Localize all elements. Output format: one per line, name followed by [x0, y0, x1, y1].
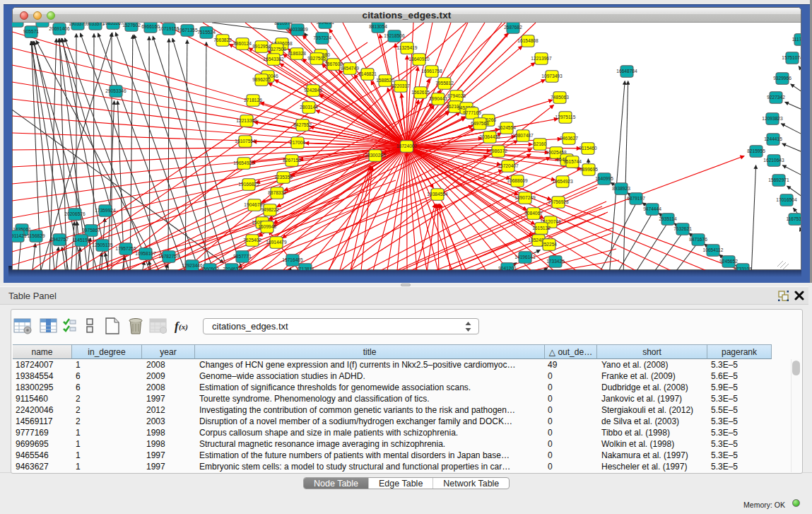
svg-text:10671355: 10671355 [177, 28, 198, 33]
svg-text:1615132: 1615132 [532, 226, 551, 230]
svg-text:17016504: 17016504 [776, 197, 797, 202]
svg-text:2718126: 2718126 [244, 98, 262, 103]
svg-text:217004: 217004 [290, 140, 305, 145]
svg-text:12505135: 12505135 [92, 243, 113, 247]
svg-text:19046789: 19046789 [244, 202, 265, 207]
svg-text:9857771: 9857771 [233, 254, 252, 259]
svg-text:1244415: 1244415 [764, 136, 782, 141]
svg-text:16033809: 16033809 [287, 27, 308, 32]
svg-text:1117204: 1117204 [792, 37, 801, 42]
svg-text:16648784: 16648784 [616, 69, 637, 74]
svg-text:10973493: 10973493 [541, 74, 563, 78]
svg-text:1640995: 1640995 [595, 176, 613, 181]
svg-text:10654112: 10654112 [703, 247, 724, 252]
svg-text:15751074: 15751074 [782, 55, 801, 60]
svg-text:17359924: 17359924 [95, 208, 116, 213]
svg-text:16543382: 16543382 [263, 57, 284, 62]
svg-text:9084067: 9084067 [524, 211, 543, 216]
svg-text:12213369: 12213369 [236, 118, 257, 123]
svg-text:10688609: 10688609 [507, 178, 528, 183]
svg-text:9327500: 9327500 [268, 47, 286, 52]
svg-text:16782759: 16782759 [158, 254, 180, 259]
svg-text:7713811: 7713811 [296, 267, 314, 270]
svg-text:1235359: 1235359 [274, 175, 293, 180]
svg-text:(x): (x) [179, 322, 188, 332]
svg-text:9733105: 9733105 [734, 267, 752, 270]
svg-text:28300285: 28300285 [365, 153, 386, 158]
svg-text:6879197: 6879197 [627, 196, 645, 201]
svg-text:16210643: 16210643 [763, 158, 784, 163]
svg-text:905571: 905571 [23, 29, 39, 34]
svg-text:7357224: 7357224 [313, 35, 331, 40]
svg-text:9094251: 9094251 [316, 23, 334, 25]
svg-text:9777169: 9777169 [463, 110, 481, 115]
svg-text:1167533: 1167533 [786, 216, 801, 221]
svg-text:9896205: 9896205 [252, 77, 271, 82]
svg-text:3911421: 3911421 [12, 233, 27, 238]
svg-text:7955812: 7955812 [435, 81, 454, 86]
svg-text:9975867: 9975867 [82, 228, 100, 233]
svg-text:1903379: 1903379 [69, 23, 87, 26]
svg-text:12923446: 12923446 [182, 263, 203, 268]
svg-text:8860124: 8860124 [233, 41, 252, 46]
svg-text:7663822: 7663822 [213, 37, 232, 42]
svg-text:6497568: 6497568 [471, 121, 489, 126]
svg-text:2803144: 2803144 [300, 105, 318, 110]
svg-text:9327505: 9327505 [307, 56, 326, 61]
svg-text:8454749: 8454749 [341, 66, 359, 71]
svg-text:3624554: 3624554 [498, 125, 516, 130]
svg-text:1588520: 1588520 [376, 78, 394, 83]
svg-text:8878332: 8878332 [268, 190, 286, 195]
svg-text:8215955: 8215955 [747, 148, 765, 153]
svg-text:252254: 252254 [541, 242, 557, 247]
svg-text:18907249: 18907249 [514, 195, 536, 200]
svg-text:10958107: 10958107 [135, 251, 156, 256]
svg-text:16914479: 16914479 [266, 240, 287, 245]
svg-text:8186328: 8186328 [288, 51, 306, 56]
svg-text:9041201: 9041201 [498, 266, 517, 270]
svg-text:1733426: 1733426 [546, 259, 565, 264]
svg-text:12093823: 12093823 [762, 116, 783, 121]
svg-text:8220317: 8220317 [392, 83, 410, 88]
svg-text:20691406: 20691406 [49, 26, 70, 31]
svg-text:2935114: 2935114 [659, 216, 677, 221]
svg-text:2687682: 2687682 [504, 25, 522, 30]
svg-text:1560902: 1560902 [201, 267, 219, 270]
svg-text:8471676: 8471676 [689, 237, 707, 242]
svg-text:7986372: 7986372 [489, 148, 507, 153]
svg-text:9115460: 9115460 [579, 146, 597, 151]
svg-text:9033571: 9033571 [86, 23, 105, 26]
svg-text:9474444: 9474444 [643, 206, 661, 211]
svg-text:19218506: 19218506 [384, 33, 405, 38]
svg-text:19654923: 19654923 [552, 179, 573, 184]
svg-text:9146821: 9146821 [358, 71, 377, 76]
svg-text:62160: 62160 [534, 141, 547, 146]
svg-text:8427552: 8427552 [293, 122, 312, 127]
svg-text:9329966: 9329966 [773, 76, 792, 81]
svg-text:20364436: 20364436 [479, 134, 500, 139]
svg-text:8267150: 8267150 [283, 158, 301, 163]
svg-text:9242845: 9242845 [304, 88, 322, 93]
svg-text:8813054: 8813054 [369, 24, 387, 29]
svg-text:9515744: 9515744 [563, 159, 582, 164]
svg-text:7515524: 7515524 [197, 30, 216, 35]
svg-text:6794028: 6794028 [447, 93, 466, 98]
svg-text:10855267: 10855267 [102, 23, 124, 25]
svg-text:8938923: 8938923 [612, 186, 630, 191]
svg-text:29053346: 29053346 [105, 88, 126, 93]
svg-text:10807487: 10807487 [512, 133, 534, 138]
svg-text:15720407: 15720407 [498, 163, 519, 168]
svg-text:9899695: 9899695 [579, 167, 598, 172]
svg-text:12975115: 12975115 [555, 115, 576, 119]
svg-text:11325419: 11325419 [397, 45, 418, 50]
svg-text:19654925: 19654925 [233, 160, 254, 165]
svg-text:14196141: 14196141 [514, 255, 536, 259]
svg-text:7632621: 7632621 [673, 226, 692, 231]
svg-text:9498222: 9498222 [261, 207, 279, 212]
svg-text:19384554: 19384554 [427, 192, 448, 197]
svg-text:16961758: 16961758 [421, 69, 442, 74]
svg-text:9245652: 9245652 [719, 259, 738, 264]
svg-text:7485063: 7485063 [551, 95, 569, 100]
svg-text:12213967: 12213967 [531, 56, 552, 61]
svg-text:7625402: 7625402 [243, 238, 261, 243]
